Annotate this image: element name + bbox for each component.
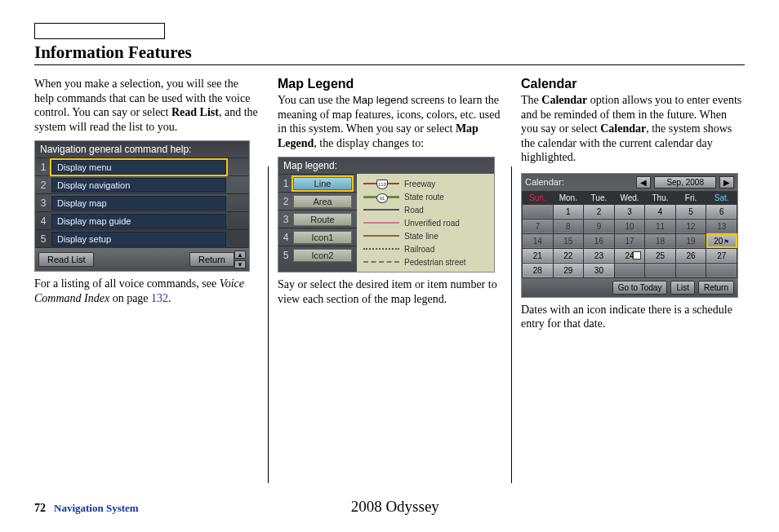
- cal-next-button[interactable]: ▶: [719, 176, 734, 188]
- page-title: Information Features: [34, 42, 745, 65]
- nav-item-5[interactable]: 5Display setup: [35, 229, 249, 247]
- map-tab-area[interactable]: 2Area: [278, 192, 357, 210]
- col2-heading: Map Legend: [278, 77, 501, 91]
- model-label: 2008 Odyssey: [351, 498, 439, 516]
- map-screen-title: Map legend:: [278, 157, 494, 174]
- col1-para1: When you make a selection, you will see …: [34, 77, 258, 134]
- col3-para2: Dates with an icon indicate there is a s…: [521, 303, 745, 331]
- map-tab-icon2[interactable]: 5Icon2: [278, 246, 357, 264]
- read-list-button[interactable]: Read List: [38, 252, 94, 267]
- nav-scroll-arrows[interactable]: ▲▼: [234, 250, 246, 268]
- nav-screen-title: Navigation general command help:: [35, 141, 249, 157]
- nav-help-screen: Navigation general command help: 1Displa…: [34, 140, 250, 272]
- nav-return-button[interactable]: Return: [189, 252, 234, 267]
- cal-prev-button[interactable]: ◀: [636, 176, 651, 188]
- cal-return-button[interactable]: Return: [698, 281, 734, 295]
- col3-para1: The Calendar option allows you to enter …: [521, 93, 745, 165]
- col2-para1: You can use the Map legend screens to le…: [278, 93, 501, 150]
- nav-button-row: Read List Return ▲▼: [35, 247, 249, 271]
- column-2: Map Legend You can use the Map legend sc…: [268, 77, 511, 336]
- nav-item-3[interactable]: 3Display map: [35, 193, 249, 211]
- nav-item-1[interactable]: 1Display menu: [35, 157, 249, 175]
- map-legend-screen: Map legend: 1Line 2Area 3Route 4Icon1 5I…: [278, 157, 495, 273]
- col1-para2: For a listing of all voice commands, see…: [34, 277, 258, 305]
- column-1: When you make a selection, you will see …: [34, 77, 268, 336]
- cal-month-label: Sep, 2008: [654, 176, 716, 188]
- page-number: 72: [34, 502, 46, 515]
- calendar-grid: Sun. Mon. Tue. Wed. Thu. Fri. Sat. 12345…: [522, 191, 737, 278]
- section-label: Navigation System: [54, 502, 139, 515]
- cal-event-day[interactable]: 24: [614, 248, 645, 263]
- calendar-header: Calendar: ◀ Sep, 2008 ▶: [522, 174, 737, 191]
- map-tab-route[interactable]: 3Route: [278, 210, 357, 228]
- column-3: Calendar The Calendar option allows you …: [511, 77, 745, 336]
- map-tab-icon1[interactable]: 4Icon1: [278, 228, 357, 246]
- shield-icon: 110: [376, 180, 388, 189]
- top-blank-box: [34, 23, 165, 39]
- nav-item-4[interactable]: 4Display map guide: [35, 211, 249, 229]
- columns: When you make a selection, you will see …: [34, 77, 745, 336]
- go-to-today-button[interactable]: Go to Today: [612, 281, 668, 295]
- calendar-footer: Go to Today List Return: [522, 278, 737, 297]
- map-tab-line[interactable]: 1Line: [278, 174, 357, 192]
- shield-icon: 91: [376, 193, 388, 203]
- col3-heading: Calendar: [521, 77, 745, 91]
- cal-list-button[interactable]: List: [670, 281, 695, 295]
- nav-item-2[interactable]: 2Display navigation: [35, 175, 249, 193]
- map-legend-panel: 110Freeway 91State route Road Unverified…: [357, 174, 494, 272]
- calendar-screen: Calendar: ◀ Sep, 2008 ▶ Sun. Mon. Tue. W…: [521, 173, 738, 298]
- map-tabs: 1Line 2Area 3Route 4Icon1 5Icon2: [278, 174, 357, 272]
- col2-para2: Say or select the desired item or item n…: [278, 277, 501, 306]
- page-footer: 72 Navigation System 2008 Odyssey: [34, 498, 745, 516]
- cal-today[interactable]: 20: [706, 233, 737, 248]
